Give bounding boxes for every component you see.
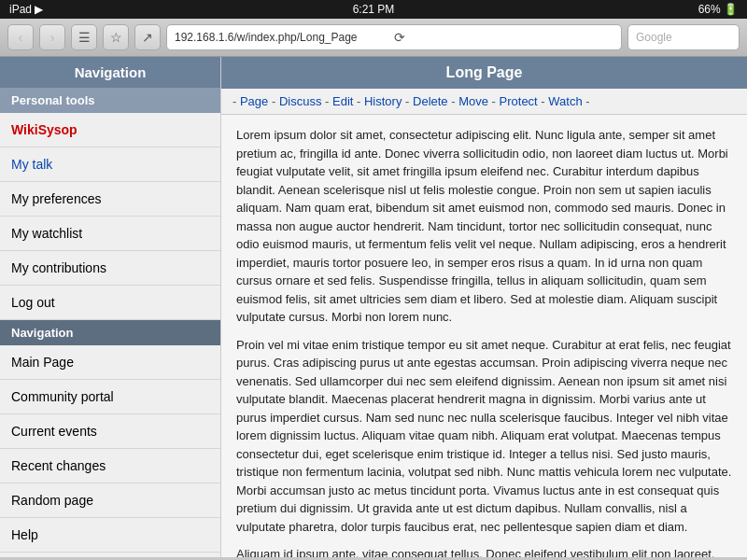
sidebar-item-search[interactable]: Search [0, 553, 220, 557]
sidebar-section-personal-tools: Personal tools [0, 88, 220, 113]
bookmarks-button[interactable]: ☆ [103, 24, 129, 50]
status-time: 6:21 PM [353, 3, 395, 16]
search-placeholder: Google [636, 31, 672, 44]
sidebar-item-community-portal[interactable]: Community portal [0, 380, 220, 414]
action-discuss[interactable]: Discuss [279, 94, 322, 108]
status-right: 66% 🔋 [698, 3, 738, 16]
action-delete[interactable]: Delete [413, 94, 448, 108]
sidebar-header: Navigation [0, 57, 220, 88]
action-protect[interactable]: Protect [500, 94, 538, 108]
sidebar-item-main-page[interactable]: Main Page [0, 345, 220, 380]
status-left: iPad ▶ [9, 3, 43, 16]
sidebar-item-recent-changes[interactable]: Recent changes [0, 449, 220, 483]
sidebar-item-wikisysop[interactable]: WikiSysop [0, 113, 220, 147]
url-text: 192.168.1.6/w/index.php/Long_Page [175, 31, 394, 44]
page-content: Lorem ipsum dolor sit amet, consectetur … [221, 115, 747, 557]
sidebar-item-current-events[interactable]: Current events [0, 414, 220, 449]
action-page[interactable]: Page [240, 94, 268, 108]
pages-button[interactable]: ☰ [71, 24, 97, 50]
reload-button[interactable]: ⟳ [394, 30, 613, 45]
paragraph-1: Lorem ipsum dolor sit amet, consectetur … [236, 126, 732, 327]
action-watch[interactable]: Watch [548, 94, 582, 108]
paragraph-2: Proin vel mi vitae enim tristique tempor… [236, 336, 732, 537]
action-separator: - [233, 94, 240, 108]
back-button[interactable]: ‹ [7, 24, 34, 50]
paragraph-3: Aliquam id ipsum ante, vitae consequat t… [236, 545, 732, 557]
forward-button[interactable]: › [39, 24, 65, 50]
search-bar[interactable]: Google [627, 24, 740, 50]
action-move[interactable]: Move [458, 94, 488, 108]
sidebar: Navigation Personal tools WikiSysop My t… [0, 57, 221, 557]
sidebar-item-log-out[interactable]: Log out [0, 286, 220, 320]
sidebar-item-my-contributions[interactable]: My contributions [0, 251, 220, 286]
action-edit[interactable]: Edit [332, 94, 353, 108]
page-actions: - Page - Discuss - Edit - History - Dele… [221, 89, 747, 115]
browser-chrome: ‹ › ☰ ☆ ↗ 192.168.1.6/w/index.php/Long_P… [0, 19, 747, 57]
sidebar-item-my-watchlist[interactable]: My watchlist [0, 217, 220, 251]
sidebar-item-random-page[interactable]: Random page [0, 483, 220, 518]
content-area: Long Page - Page - Discuss - Edit - Hist… [221, 57, 747, 557]
sidebar-section-navigation: Navigation [0, 320, 220, 345]
share-button[interactable]: ↗ [134, 24, 161, 50]
sidebar-item-my-preferences[interactable]: My preferences [0, 182, 220, 217]
status-bar: iPad ▶ 6:21 PM 66% 🔋 [0, 0, 747, 19]
url-bar[interactable]: 192.168.1.6/w/index.php/Long_Page ⟳ [166, 24, 622, 50]
sidebar-item-help[interactable]: Help [0, 518, 220, 553]
sidebar-item-my-talk[interactable]: My talk [0, 147, 220, 182]
page-title: Long Page [221, 57, 747, 89]
action-history[interactable]: History [364, 94, 402, 108]
main-layout: Navigation Personal tools WikiSysop My t… [0, 57, 747, 557]
